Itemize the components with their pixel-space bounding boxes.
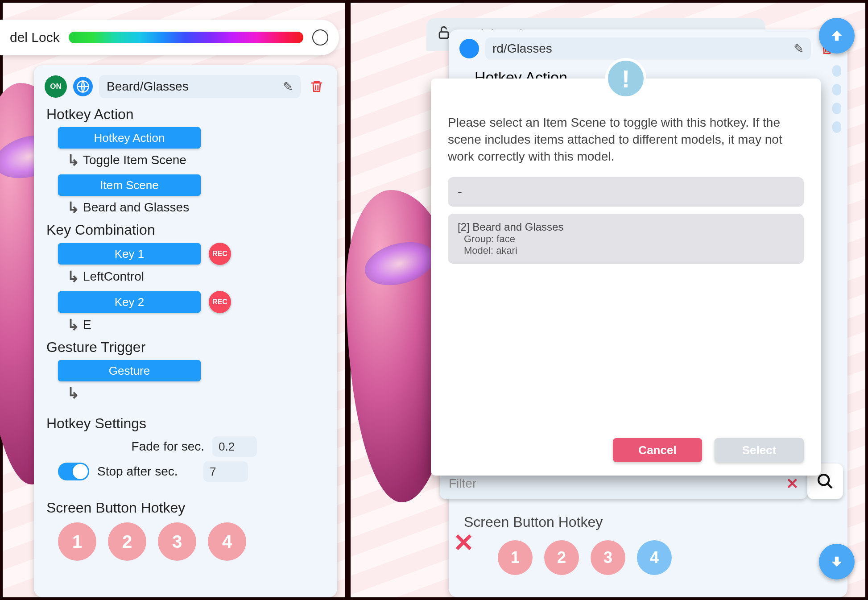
option-model: Model: akari <box>464 245 794 257</box>
color-picker-handle[interactable] <box>312 29 328 46</box>
section-hotkey-settings: Hotkey Settings <box>46 415 327 432</box>
fade-value-field[interactable]: 0.2 <box>212 436 257 457</box>
hotkey-action-button[interactable]: Hotkey Action <box>58 127 201 149</box>
filter-placeholder: Filter <box>449 476 476 491</box>
key1-button[interactable]: Key 1 <box>58 243 201 265</box>
select-button[interactable]: Select <box>715 438 804 462</box>
screen-button-3[interactable]: 3 <box>158 522 196 561</box>
model-lock-label: del Lock <box>10 30 60 45</box>
option-none-label: - <box>458 184 462 199</box>
hotkey-name-text: Beard/Glasses <box>107 79 189 94</box>
link-arrow-icon: ↳ <box>67 384 79 402</box>
modal-description: Please select an Item Scene to toggle wi… <box>448 114 804 165</box>
color-hue-slider[interactable] <box>69 32 303 43</box>
close-icon[interactable]: ✕ <box>453 528 474 557</box>
stop-value: 7 <box>210 465 216 479</box>
section-hotkey-action: Hotkey Action <box>46 106 327 123</box>
info-icon: ! <box>605 58 646 99</box>
screen-button-2[interactable]: 2 <box>544 540 579 575</box>
key2-value: E <box>83 318 91 332</box>
section-screen-button-hotkey: Screen Button Hotkey <box>464 514 603 530</box>
globe-icon[interactable] <box>459 39 479 58</box>
top-bar: del Lock <box>0 20 339 55</box>
svg-point-2 <box>818 475 829 485</box>
section-screen-button-hotkey: Screen Button Hotkey <box>46 500 327 516</box>
stop-label: Stop after sec. <box>97 464 195 479</box>
fade-value: 0.2 <box>219 440 235 454</box>
gesture-button[interactable]: Gesture <box>58 360 201 381</box>
scroll-down-button[interactable] <box>819 544 855 579</box>
screen-button-1[interactable]: 1 <box>58 522 96 561</box>
option-beard-glasses[interactable]: [2] Beard and Glasses Group: face Model:… <box>448 214 804 264</box>
item-scene-value: Beard and Glasses <box>83 200 189 215</box>
edit-icon[interactable]: ✎ <box>794 41 804 56</box>
enabled-toggle-badge[interactable]: ON <box>45 75 67 98</box>
record-key1-button[interactable]: REC <box>209 243 231 265</box>
screen-button-4[interactable]: 4 <box>637 540 672 575</box>
cancel-button[interactable]: Cancel <box>613 438 702 462</box>
edit-icon[interactable]: ✎ <box>283 79 293 94</box>
screen-button-1[interactable]: 1 <box>498 540 533 575</box>
link-arrow-icon: ↳ <box>67 316 79 334</box>
hotkey-action-value: Toggle Item Scene <box>83 153 186 167</box>
section-gesture-trigger: Gesture Trigger <box>46 339 327 356</box>
clear-filter-icon[interactable]: ✕ <box>786 475 798 492</box>
scroll-indicator <box>832 65 841 133</box>
hotkey-name-tail: rd/Glasses <box>492 41 552 56</box>
globe-icon[interactable] <box>73 77 93 96</box>
key2-button[interactable]: Key 2 <box>58 291 201 313</box>
link-arrow-icon: ↳ <box>67 151 79 169</box>
record-key2-button[interactable]: REC <box>209 291 231 313</box>
item-scene-modal: ! Please select an Item Scene to toggle … <box>431 79 821 476</box>
hotkey-name-field[interactable]: rd/Glasses ✎ <box>485 37 811 60</box>
stop-value-field[interactable]: 7 <box>203 461 248 482</box>
screen-button-4[interactable]: 4 <box>208 522 246 561</box>
screen-button-2[interactable]: 2 <box>108 522 146 561</box>
hotkey-card: ON Beard/Glasses ✎ Hotkey Action Hotkey … <box>34 65 337 597</box>
stop-after-toggle[interactable] <box>58 463 89 480</box>
delete-button[interactable] <box>307 77 327 96</box>
hotkey-name-field[interactable]: Beard/Glasses ✎ <box>99 75 301 98</box>
fade-label: Fade for sec. <box>97 439 204 454</box>
option-group: Group: face <box>464 233 794 245</box>
option-none[interactable]: - <box>448 177 804 207</box>
section-key-combination: Key Combination <box>46 222 327 238</box>
item-scene-button[interactable]: Item Scene <box>58 174 201 196</box>
screen-button-3[interactable]: 3 <box>591 540 625 575</box>
svg-rect-1 <box>439 32 448 38</box>
scroll-up-button[interactable] <box>819 18 855 54</box>
option-title: [2] Beard and Glasses <box>458 221 794 233</box>
key1-value: LeftControl <box>83 269 144 284</box>
link-arrow-icon: ↳ <box>67 268 79 286</box>
link-arrow-icon: ↳ <box>67 199 79 216</box>
